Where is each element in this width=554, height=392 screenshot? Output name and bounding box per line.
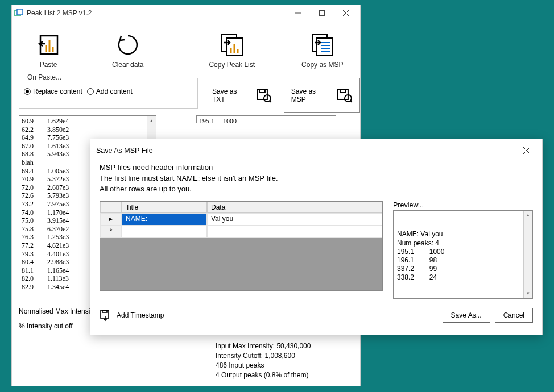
grid-row[interactable]: ▸ NAME: Val you: [100, 213, 382, 226]
svg-rect-32: [102, 310, 107, 312]
svg-rect-26: [340, 89, 346, 93]
svg-line-28: [350, 101, 352, 102]
add-label: Add content: [96, 87, 133, 95]
titlebar: Peak List 2 MSP v1.2: [12, 5, 360, 21]
copy-peaklist-label: Copy Peak List: [209, 61, 255, 69]
info-line-2: The first line must start NAME: else it …: [100, 173, 533, 184]
maximize-button[interactable]: [310, 5, 334, 21]
dialog-title: Save As MSP File: [96, 147, 517, 155]
add-content-radio[interactable]: Add content: [87, 87, 133, 95]
output-peaks-list[interactable]: 195.1 1000: [196, 115, 336, 123]
onpaste-legend: On Paste...: [25, 73, 64, 81]
replace-content-radio[interactable]: Replace content: [24, 87, 82, 95]
dialog-close-button[interactable]: [517, 144, 536, 157]
save-icon: [337, 88, 353, 103]
info-line-1: MSP files need header information: [100, 162, 533, 173]
copy-peaklist-button[interactable]: Copy Peak List: [209, 32, 255, 69]
clear-label: Clear data: [112, 61, 143, 69]
app-icon: [14, 9, 23, 18]
timestamp-icon: [100, 309, 111, 322]
preview-label: Preview...: [393, 201, 533, 209]
row-title-cell[interactable]: NAME:: [122, 213, 207, 226]
svg-rect-22: [259, 89, 265, 93]
preview-box[interactable]: NAME: Val you Num peaks: 4 195.1 1000 19…: [393, 210, 533, 299]
svg-rect-21: [257, 89, 267, 99]
svg-line-24: [270, 101, 271, 102]
save-as-msp-button[interactable]: Save as MSP: [284, 78, 360, 113]
paste-button[interactable]: Paste: [35, 32, 62, 69]
grid-col-data[interactable]: Data: [207, 202, 382, 213]
row-title-cell[interactable]: [122, 226, 207, 238]
paste-label: Paste: [40, 61, 57, 69]
window-title: Peak List 2 MSP v1.2: [27, 9, 286, 17]
onpaste-group: On Paste... Replace content Add content: [19, 78, 198, 109]
minimize-button[interactable]: [286, 5, 310, 21]
row-marker: *: [100, 226, 122, 238]
stats-text: Input Max Intensity: 50,430,000Intensity…: [216, 341, 311, 380]
copy-msp-button[interactable]: Copy as MSP: [301, 32, 343, 69]
save-msp-label: Save as MSP: [291, 87, 332, 103]
header-grid[interactable]: Title Data ▸ NAME: Val you *: [100, 201, 383, 291]
clear-data-button[interactable]: Clear data: [112, 32, 143, 69]
close-button[interactable]: [334, 5, 358, 21]
row-data-cell[interactable]: [207, 226, 382, 238]
info-line-3: All other rows are up to you.: [100, 184, 533, 194]
svg-rect-31: [101, 310, 109, 318]
scrollbar[interactable]: ▴▾: [523, 211, 532, 298]
replace-label: Replace content: [33, 87, 82, 95]
save-as-button[interactable]: Save As...: [443, 308, 490, 323]
grid-col-title[interactable]: Title: [122, 202, 207, 213]
add-timestamp-button[interactable]: Add Timestamp: [100, 309, 164, 322]
row-marker: ▸: [100, 213, 122, 226]
svg-rect-3: [320, 11, 325, 16]
cancel-button[interactable]: Cancel: [495, 308, 533, 323]
row-data-cell[interactable]: Val you: [207, 213, 382, 226]
svg-rect-25: [338, 89, 348, 99]
copy-msp-label: Copy as MSP: [301, 61, 343, 69]
save-txt-label: Save as TXT: [212, 87, 251, 103]
timestamp-label: Add Timestamp: [117, 311, 164, 319]
svg-rect-1: [17, 9, 23, 15]
grid-row[interactable]: *: [100, 226, 382, 238]
save-icon: [256, 88, 272, 103]
save-msp-dialog: Save As MSP File MSP files need header i…: [90, 139, 543, 335]
output-line: 195.1 1000: [197, 116, 336, 123]
save-as-txt-button[interactable]: Save as TXT: [205, 78, 279, 113]
